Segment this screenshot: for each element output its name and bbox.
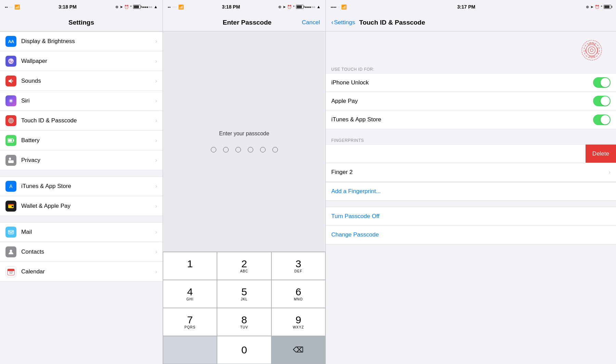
settings-item-touchid[interactable]: Touch ID & Passcode ›: [0, 111, 163, 131]
bluetooth-icon-1: *: [130, 5, 132, 9]
settings-item-contacts[interactable]: Contacts ›: [0, 242, 163, 262]
touchid-back-label: Settings: [334, 19, 355, 26]
location-icon-1: ⊕: [115, 5, 118, 9]
fingerprint-item-2[interactable]: Finger 2 ›: [326, 163, 616, 181]
settings-item-wallpaper[interactable]: Wallpaper ›: [0, 51, 163, 71]
numpad-num-0: 0: [241, 345, 247, 355]
passcode-dot-2: [223, 147, 229, 152]
settings-item-appstore[interactable]: A iTunes & App Store ›: [0, 176, 163, 196]
status-bar-touchid: ●●●●○ 📶 3:17 PM ⊕ ➤ ⏰ *: [326, 0, 616, 14]
settings-item-display[interactable]: AA Display & Brightness ›: [0, 31, 163, 51]
settings-label-siri: Siri: [21, 97, 154, 104]
bluetooth-icon-2: *: [293, 5, 295, 9]
touchid-item-apple-pay: Apple Pay: [326, 92, 616, 110]
svg-rect-9: [8, 139, 12, 141]
battery-list-icon: [5, 135, 16, 146]
settings-label-sounds: Sounds: [21, 78, 154, 84]
passcode-dot-5: [260, 147, 266, 152]
calendar-icon: 12: [5, 266, 16, 277]
fingerprints-list: › Delete Finger 2 ›: [326, 144, 616, 182]
numpad-num-1: 1: [187, 259, 193, 269]
numpad-letters-3: DEF: [294, 269, 302, 273]
settings-item-battery[interactable]: Battery ›: [0, 131, 163, 150]
itunes-store-label: iTunes & App Store: [331, 116, 593, 123]
svg-point-18: [10, 250, 12, 252]
numpad-key-2[interactable]: 2 ABC: [217, 252, 271, 280]
svg-rect-15: [12, 206, 13, 207]
numpad-key-6[interactable]: 6 MNO: [271, 280, 325, 308]
fingerprint-item-1[interactable]: › Delete: [326, 145, 616, 163]
numpad-letters-9: WXYZ: [293, 325, 304, 329]
svg-rect-14: [8, 204, 14, 205]
numpad-row-3: 7 PQRS 8 TUV 9 WXYZ: [163, 308, 325, 336]
settings-section-3: Mail › Contacts ›: [0, 222, 163, 282]
settings-chevron-contacts: ›: [155, 249, 157, 255]
settings-item-mail[interactable]: Mail ›: [0, 222, 163, 242]
numpad-key-1[interactable]: 1: [163, 252, 217, 280]
passcode-cancel-button[interactable]: Cancel: [302, 19, 320, 26]
settings-item-siri[interactable]: Siri ›: [0, 91, 163, 111]
signal-left-3: ●●●●○ 📶: [331, 4, 347, 10]
delete-fingerprint-button[interactable]: Delete: [586, 145, 616, 163]
numpad-letters-7: PQRS: [184, 325, 195, 329]
panels: Settings AA Display & Brightness ›: [0, 14, 616, 364]
bluetooth-icon-3: *: [601, 5, 602, 9]
settings-nav-bar: Settings: [0, 14, 163, 31]
numpad-num-8: 8: [241, 315, 247, 325]
itunes-store-toggle[interactable]: [593, 114, 611, 125]
numpad-key-3[interactable]: 3 DEF: [271, 252, 325, 280]
wifi-icon-2: 📶: [178, 4, 184, 10]
settings-item-wallet[interactable]: Wallet & Apple Pay ›: [0, 196, 163, 216]
back-chevron-icon: ‹: [331, 19, 333, 26]
svg-point-6: [11, 120, 12, 121]
location-icon-2: ⊕: [278, 5, 281, 9]
numpad-key-backspace[interactable]: ⌫: [271, 336, 325, 364]
time-1: 3:18 PM: [59, 4, 77, 10]
settings-chevron-touchid: ›: [155, 118, 157, 124]
numpad-key-8[interactable]: 8 TUV: [217, 308, 271, 336]
siri-icon: [5, 95, 16, 106]
numpad-key-5[interactable]: 5 JKL: [217, 280, 271, 308]
turn-passcode-off-button[interactable]: Turn Passcode Off: [326, 207, 616, 226]
settings-item-calendar[interactable]: 12 Calendar ›: [0, 262, 163, 282]
passcode-prompt-area: Enter your passcode: [163, 31, 325, 252]
iphone-unlock-toggle[interactable]: [593, 77, 611, 88]
privacy-icon: [5, 155, 16, 166]
fingerprints-section: FINGERPRINTS › Delete Finger 2 › Ad: [326, 135, 616, 201]
numpad-key-7[interactable]: 7 PQRS: [163, 308, 217, 336]
alarm-icon-3: ⏰: [595, 5, 600, 9]
status-right-1: ⊕ ➤ ⏰ * ●●●○○ ▲: [115, 4, 158, 9]
touchid-back-button[interactable]: ‹ Settings: [331, 19, 355, 26]
apple-pay-toggle[interactable]: [593, 96, 611, 106]
status-bar-settings: ●●○○○ 📶 3:18 PM ⊕ ➤ ⏰ * ●●●○○ ▲: [0, 0, 163, 14]
turn-passcode-off-label: Turn Passcode Off: [331, 213, 380, 220]
settings-label-contacts: Contacts: [21, 248, 154, 255]
location-icon-3: ⊕: [586, 5, 589, 9]
numpad-key-4[interactable]: 4 GHI: [163, 280, 217, 308]
add-fingerprint-button[interactable]: Add a Fingerprint...: [326, 182, 616, 201]
numpad-num-3: 3: [295, 259, 301, 269]
settings-item-sounds[interactable]: Sounds ›: [0, 71, 163, 91]
fingerprint-icon: [581, 40, 602, 61]
settings-item-privacy[interactable]: Privacy ›: [0, 150, 163, 170]
passcode-dot-1: [211, 147, 216, 152]
numpad-letters-2: ABC: [240, 269, 248, 273]
appstore-icon: A: [5, 181, 16, 192]
change-passcode-button[interactable]: Change Passcode: [326, 226, 616, 244]
settings-chevron-calendar: ›: [155, 269, 157, 275]
numpad-key-0[interactable]: 0: [217, 336, 271, 364]
passcode-nav-title: Enter Passcode: [192, 19, 302, 26]
display-icon: AA: [5, 36, 16, 47]
svg-rect-8: [13, 139, 14, 141]
status-bars: ●●○○○ 📶 3:18 PM ⊕ ➤ ⏰ * ●●●○○ ▲ ●●○○○ 📶 …: [0, 0, 616, 14]
fingerprints-header: FINGERPRINTS: [326, 135, 616, 144]
numpad-letters-4: GHI: [187, 297, 194, 301]
status-right-3: ⊕ ➤ ⏰ *: [586, 5, 611, 9]
sounds-icon: [5, 76, 16, 86]
nav-icon-2: ➤: [283, 5, 286, 9]
settings-label-display: Display & Brightness: [21, 38, 154, 45]
numpad-key-9[interactable]: 9 WXYZ: [271, 308, 325, 336]
svg-point-24: [586, 44, 597, 56]
touchid-nav-title: Touch ID & Passcode: [359, 19, 425, 26]
svg-rect-16: [8, 230, 14, 234]
